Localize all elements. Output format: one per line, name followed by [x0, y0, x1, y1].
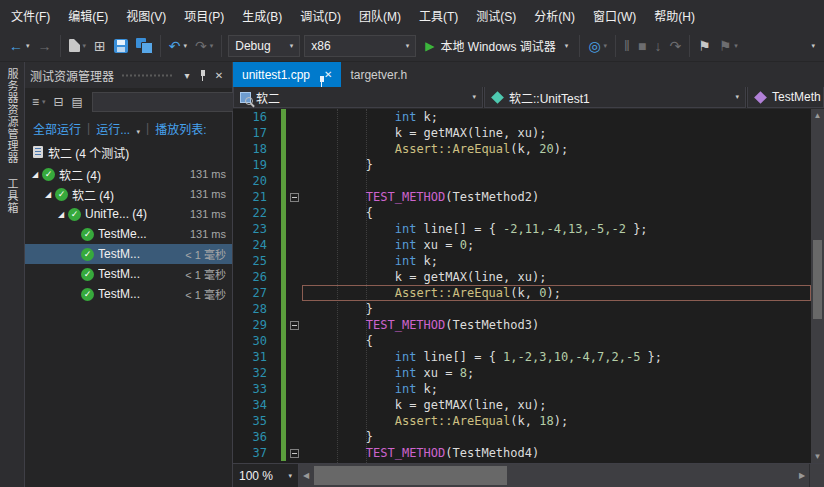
code-editor[interactable]: 16 int k;17 k = getMAX(line, xu);18 Asse… [233, 109, 811, 463]
search-icon[interactable] [244, 96, 257, 109]
code-text[interactable]: int line[] = { 1,-2,3,10,-4,7,2,-5 }; [302, 349, 811, 365]
document-tab[interactable]: targetver.h [341, 62, 416, 87]
code-text[interactable]: TEST_METHOD(TestMethod4) [302, 445, 811, 461]
start-debugging-button[interactable]: ▶本地 Windows 调试器▾ [418, 34, 575, 58]
step-into-button[interactable]: ↓ [650, 34, 665, 58]
new-file-button[interactable]: ▾ [65, 34, 91, 58]
hierarchy-button[interactable]: ⊟ [51, 93, 67, 111]
expander-icon[interactable]: ◢ [55, 210, 67, 219]
window-position-button[interactable]: ▾ [179, 67, 195, 83]
fold-margin [286, 413, 302, 429]
fold-margin [286, 333, 302, 349]
code-text[interactable]: int k; [302, 253, 811, 269]
code-text[interactable]: Assert::AreEqual(k, 0); [302, 285, 811, 301]
save-all-button[interactable] [132, 34, 156, 58]
code-text[interactable]: { [302, 205, 811, 221]
fold-collapse-box[interactable] [286, 317, 302, 333]
menu-item-help[interactable]: 帮助(H) [645, 2, 704, 29]
fold-collapse-box[interactable] [286, 445, 302, 461]
layout-button[interactable]: ▤ [69, 93, 86, 111]
code-text[interactable]: TEST_METHOD(TestMethod3) [302, 317, 811, 333]
horizontal-scrollbar[interactable]: ◀ ▶ [299, 464, 809, 487]
code-text[interactable]: int k; [302, 381, 811, 397]
menu-item-project[interactable]: 项目(P) [175, 2, 233, 29]
code-text[interactable]: int line[] = { -2,11,-4,13,-5,-2 }; [302, 221, 811, 237]
project-scope-combo[interactable]: 软二 ▾ [233, 87, 483, 108]
code-text[interactable]: } [302, 429, 811, 445]
code-text[interactable]: int xu = 0; [302, 237, 811, 253]
test-tree-row[interactable]: ◢✓UnitTe... (4)131 ms [25, 204, 232, 224]
run-all-link[interactable]: 全部运行 [33, 120, 81, 137]
step-over-button[interactable]: ↷ [665, 34, 685, 58]
menu-item-file[interactable]: 文件(F) [2, 2, 59, 29]
test-tree-row[interactable]: ◢✓软二 (4)131 ms [25, 184, 232, 204]
close-panel-button[interactable]: ✕ [211, 67, 227, 83]
redo-button[interactable]: ↷▾ [191, 34, 217, 58]
menu-item-test[interactable]: 测试(S) [467, 2, 525, 29]
test-tree-row[interactable]: ✓TestMe...131 ms [25, 224, 232, 244]
scroll-up-arrow[interactable]: ▲ [811, 109, 824, 122]
code-text[interactable]: TEST_METHOD(TestMethod2) [302, 189, 811, 205]
scrollbar-track[interactable] [313, 464, 795, 487]
group-by-button[interactable]: ≡▾ [29, 93, 49, 111]
tool-window-tab-server-explorer[interactable]: 服务器资源管理器 [4, 68, 20, 164]
close-tab-button[interactable]: ✕ [324, 69, 332, 80]
menu-item-tools[interactable]: 工具(T) [410, 2, 467, 29]
code-text[interactable]: int xu = 8; [302, 365, 811, 381]
bookmark-window-button[interactable]: ⚑▾ [715, 34, 742, 58]
fold-collapse-box[interactable] [286, 189, 302, 205]
menu-item-view[interactable]: 视图(V) [117, 2, 175, 29]
toolbar-overflow-button[interactable]: ▾ [804, 34, 819, 58]
scroll-right-arrow[interactable]: ▶ [795, 471, 809, 480]
open-file-button[interactable]: ⊞ [90, 34, 110, 58]
test-tree-row[interactable]: ✓TestM...< 1 毫秒 [25, 244, 232, 264]
platform-combo[interactable]: x86▾ [304, 35, 416, 57]
scrollbar-thumb[interactable] [314, 466, 507, 485]
menu-item-team[interactable]: 团队(M) [350, 2, 410, 29]
code-text[interactable]: k = getMAX(line, xu); [302, 125, 811, 141]
menu-item-debug[interactable]: 调试(D) [291, 2, 350, 29]
search-input[interactable] [96, 96, 238, 108]
scrollbar-thumb[interactable] [813, 240, 822, 319]
code-text[interactable]: } [302, 301, 811, 317]
splitter-box[interactable] [809, 464, 824, 487]
bookmark-button[interactable]: ⚑ [694, 34, 715, 58]
undo-button[interactable]: ↶▾ [165, 34, 191, 58]
playlist-menu-link[interactable]: 播放列表: [155, 120, 206, 137]
code-text[interactable]: } [302, 157, 811, 173]
test-tree-row[interactable]: ✓TestM...< 1 毫秒 [25, 264, 232, 284]
attach-process-button[interactable]: ◎▾ [584, 34, 611, 58]
pin-button[interactable] [195, 67, 211, 83]
tool-window-tab-toolbox[interactable]: 工具箱 [4, 178, 20, 214]
expander-icon[interactable]: ◢ [29, 170, 41, 179]
code-text[interactable]: Assert::AreEqual(k, 20); [302, 141, 811, 157]
code-text[interactable]: Assert::AreEqual(k, 18); [302, 413, 811, 429]
menu-item-window[interactable]: 窗口(W) [584, 2, 645, 29]
menu-item-edit[interactable]: 编辑(E) [59, 2, 117, 29]
code-text[interactable]: { [302, 333, 811, 349]
code-text[interactable] [302, 173, 811, 189]
vertical-scrollbar[interactable]: ▲ ▼ [811, 109, 824, 463]
navigate-backward-button[interactable]: ←▾ [5, 34, 34, 58]
code-text[interactable]: k = getMAX(line, xu); [302, 269, 811, 285]
run-menu-link[interactable]: 运行... ▾ [96, 120, 140, 137]
menu-item-analyze[interactable]: 分析(N) [525, 2, 584, 29]
solution-config-combo[interactable]: Debug▾ [228, 35, 300, 57]
zoom-combo[interactable]: 100 %▾ [233, 464, 299, 487]
scrollbar-track[interactable] [811, 122, 824, 450]
scroll-down-arrow[interactable]: ▼ [811, 450, 824, 463]
code-text[interactable]: int k; [302, 109, 811, 125]
test-tree-row[interactable]: ◢✓软二 (4)131 ms [25, 164, 232, 184]
test-tree-row[interactable]: ✓TestM...< 1 毫秒 [25, 284, 232, 304]
expander-icon[interactable]: ◢ [42, 190, 54, 199]
member-combo[interactable]: TestMeth [747, 87, 824, 108]
menu-item-build[interactable]: 生成(B) [233, 2, 291, 29]
code-text[interactable]: k = getMAX(line, xu); [302, 397, 811, 413]
stop-debugging-button[interactable]: ■ [634, 34, 650, 58]
type-combo[interactable]: 软二::UnitTest1 ▾ [484, 87, 746, 108]
navigate-forward-button[interactable]: → [34, 34, 56, 58]
save-button[interactable] [110, 34, 132, 58]
document-tab[interactable]: unittest1.cpp✕ [233, 62, 341, 87]
scroll-left-arrow[interactable]: ◀ [299, 471, 313, 480]
break-all-button[interactable]: ‖ [620, 34, 634, 58]
